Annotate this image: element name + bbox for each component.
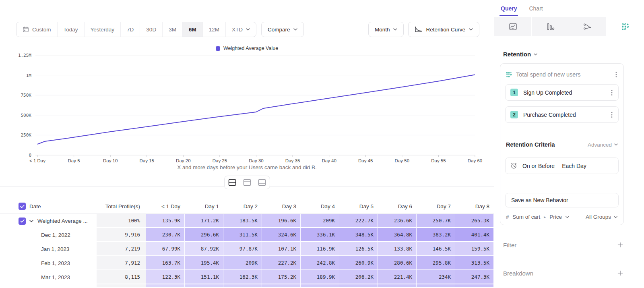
x-tick-label: Day 40: [322, 158, 336, 163]
compare-button[interactable]: Compare: [261, 22, 304, 37]
retention-value-cell: 146.5K: [416, 242, 455, 256]
add-filter-button[interactable]: [617, 241, 624, 249]
behavior-title[interactable]: Total spend of new users: [516, 71, 580, 78]
range-7d[interactable]: 7D: [120, 22, 140, 37]
view-toggle-table-only-view[interactable]: [255, 177, 269, 188]
table-row-partial: [0, 284, 494, 288]
row-label: Feb 1, 2023: [41, 260, 70, 266]
retention-value-cell: 116.9K: [300, 242, 339, 256]
range-3m[interactable]: 3M: [162, 22, 182, 37]
date-column-header[interactable]: Date: [29, 203, 41, 209]
tab-retention[interactable]: [607, 17, 644, 36]
retention-value-cell: [146, 284, 184, 288]
retention-value-cell: 133.8K: [378, 242, 416, 256]
chevron-down-icon: [393, 28, 397, 31]
x-tick-label: Day 55: [431, 158, 446, 163]
column-header[interactable]: Day 7: [416, 199, 455, 213]
chevron-down-icon: [566, 216, 569, 218]
tab-chart[interactable]: Chart: [529, 0, 543, 17]
timing-condition[interactable]: On or Before: [522, 163, 555, 169]
range-label: Yesterday: [91, 27, 115, 33]
retention-value-cell: 401.4K: [455, 228, 493, 242]
retention-value-cell: [378, 284, 416, 288]
total-profiles-cell: [97, 284, 146, 288]
range-custom[interactable]: Custom: [17, 22, 57, 37]
retention-value-cell: 126.5K: [339, 242, 378, 256]
column-header[interactable]: < 1 Day: [146, 199, 184, 213]
range-xtd[interactable]: XTD: [225, 22, 256, 37]
total-profiles-cell: 8,115: [97, 270, 146, 284]
chevron-down-icon: [614, 216, 617, 218]
criteria-mode-dropdown[interactable]: Advanced: [588, 142, 618, 148]
column-header[interactable]: Day 6: [378, 199, 416, 213]
table-row[interactable]: Feb 1, 20237,912163.7K195.4K209K227.2K24…: [0, 256, 494, 270]
row-expand-chevron-icon[interactable]: [29, 220, 33, 222]
view-toggle-chart-only-view[interactable]: [240, 177, 254, 188]
column-header[interactable]: Total Profile(s): [97, 199, 146, 213]
timing-criteria-card[interactable]: On or Before Each Day: [505, 157, 619, 174]
column-header[interactable]: Day 8: [455, 199, 493, 213]
column-header[interactable]: Day 5: [339, 199, 378, 213]
filter-label: Filter: [503, 242, 516, 249]
toolbar-right-group: Month Retention Curve: [368, 22, 479, 37]
retention-value-cell: 242.8K: [300, 256, 339, 270]
breakdown-section-row: Breakdown: [503, 269, 624, 277]
range-12m[interactable]: 12M: [202, 22, 225, 37]
tab-query[interactable]: Query: [501, 0, 517, 17]
kebab-menu-icon[interactable]: [615, 70, 618, 79]
x-tick-label: Day 20: [176, 158, 190, 163]
range-today[interactable]: Today: [57, 22, 84, 37]
measure-property-label: Sum of cart: [512, 214, 540, 220]
retention-curve-chart[interactable]: 0250K500K750K1M1.25M< 1 DayDay 5Day 10Da…: [8, 44, 483, 169]
tab-funnels[interactable]: [532, 17, 569, 36]
retention-value-cell: 383.2K: [416, 228, 455, 242]
kebab-menu-icon[interactable]: [610, 89, 613, 97]
column-header[interactable]: Day 1: [184, 199, 223, 213]
retention-section-dropdown[interactable]: Retention: [503, 51, 624, 58]
select-all-checkbox[interactable]: [19, 203, 26, 210]
x-tick-label: Day 45: [358, 158, 373, 163]
view-toggle: [0, 176, 494, 189]
range-6m[interactable]: 6M: [182, 22, 202, 37]
view-toggle-split-view[interactable]: [225, 177, 239, 188]
range-label: 12M: [209, 27, 219, 33]
total-profiles-cell: 7,912: [97, 256, 146, 270]
sidebar-tab-bar: Query Chart: [494, 0, 644, 17]
behavior-step-1[interactable]: 1Sign Up Completed: [505, 84, 619, 101]
tab-flows[interactable]: [569, 17, 607, 36]
x-tick-label: < 1 Day: [29, 158, 45, 163]
retention-value-cell: 324.6K: [262, 228, 300, 242]
x-tick-label: Day 15: [140, 158, 154, 163]
retention-value-cell: [300, 284, 339, 288]
tab-insights[interactable]: [494, 17, 532, 36]
filter-section-row: Filter: [503, 241, 624, 249]
table-row[interactable]: Jan 1, 20237,21967.99K87.92K97.87K107.1K…: [0, 242, 494, 256]
add-breakdown-button[interactable]: [617, 269, 624, 277]
retention-value-cell: 313.5K: [455, 256, 493, 270]
weighted-average-line[interactable]: [37, 75, 475, 144]
column-header[interactable]: Day 3: [262, 199, 300, 213]
chart-type-dropdown[interactable]: Retention Curve: [408, 22, 479, 37]
save-as-new-behavior-button[interactable]: Save as New Behavior: [505, 193, 619, 207]
chevron-down-icon: [469, 28, 473, 31]
retention-icon: [621, 23, 629, 31]
row-checkbox[interactable]: [19, 218, 26, 225]
group-by-dropdown[interactable]: All Groups: [586, 214, 617, 220]
range-label: Custom: [32, 27, 51, 33]
row-label-cell: Dec 1, 2022: [0, 228, 97, 242]
column-header[interactable]: Day 4: [300, 199, 339, 213]
range-30d[interactable]: 30D: [140, 22, 162, 37]
kebab-menu-icon[interactable]: [610, 111, 613, 119]
granularity-dropdown[interactable]: Month: [368, 22, 404, 37]
table-row[interactable]: Dec 1, 20229,916230.7K296.6K311.5K324.6K…: [0, 228, 494, 242]
step-number-badge: 2: [510, 111, 518, 118]
measure-property-dropdown[interactable]: # Sum of cart ▸ Price: [506, 214, 569, 220]
column-header[interactable]: Day 2: [223, 199, 262, 213]
table-row[interactable]: Mar 1, 20238,115122.3K151.1K162.3K175.2K…: [0, 270, 494, 284]
timing-window[interactable]: Each Day: [562, 163, 586, 169]
table-row[interactable]: Weighted Average ...100%135.9K171.2K183.…: [0, 214, 494, 228]
behavior-step-2[interactable]: 2Purchase Completed: [505, 106, 619, 123]
range-yesterday[interactable]: Yesterday: [84, 22, 121, 37]
step-number-badge: 1: [510, 89, 518, 96]
y-tick-label: 750K: [21, 93, 32, 98]
